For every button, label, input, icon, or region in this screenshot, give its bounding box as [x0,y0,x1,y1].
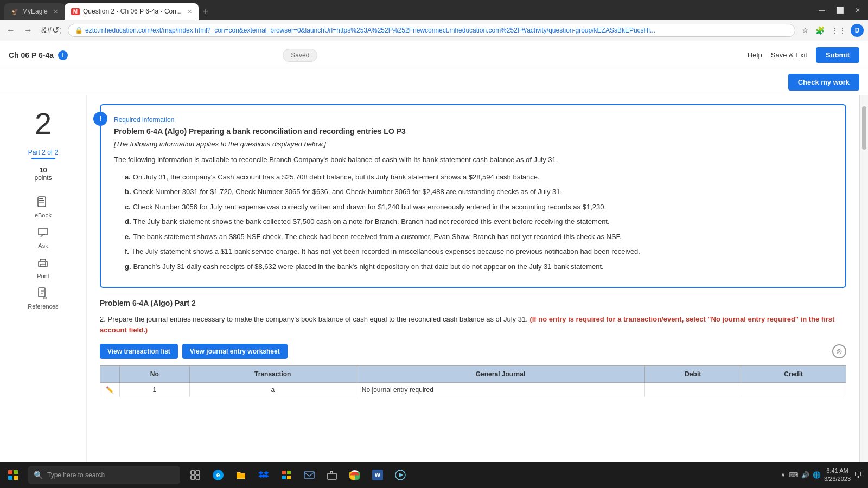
nav-icons: ☆ 🧩 ⋮⋮ D [800,24,864,37]
profile-button[interactable]: D [851,24,864,37]
saved-badge: Saved [283,49,317,62]
taskview-icon[interactable] [184,462,206,488]
network-icon[interactable]: 🌐 [813,471,821,479]
btn-row: View transaction list View journal entry… [100,344,846,359]
list-item-c: Check Number 3056 for July rent expense … [125,202,832,213]
list-item-g: Branch's July 31 daily cash receipts of … [125,261,832,272]
close-button[interactable]: ✕ [852,7,864,14]
tab-myeagle[interactable]: 🦅 MyEagle ✕ [4,3,65,20]
back-button[interactable]: ← [4,23,17,37]
row-credit [741,383,846,397]
app-title-area: Ch 06 P 6-4a i [9,50,68,60]
minimize-button[interactable]: — [815,7,828,14]
tab-close-question[interactable]: ✕ [187,8,192,15]
word-icon[interactable]: W [367,462,388,488]
speaker-icon[interactable]: 🔊 [801,471,809,479]
part2-title: Problem 6-4A (Algo) Part 2 [100,299,846,307]
briefcase-icon[interactable] [321,462,343,488]
svg-rect-10 [8,476,12,480]
col-edit [100,366,120,383]
view-transaction-list-button[interactable]: View transaction list [100,344,178,359]
scrollbar[interactable] [859,95,868,488]
tab-label-question: Question 2 - Ch 06 P 6-4a - Con... [83,8,182,15]
check-work-button[interactable]: Check my work [788,74,859,91]
keyboard-icon[interactable]: ⌨ [789,471,798,479]
sidebar-item-print[interactable]: Print [35,255,50,279]
help-link[interactable]: Help [748,51,762,59]
window-controls: — ⬜ ✕ [815,7,864,16]
address-text: ezto.mheducation.com/ext/map/index.html?… [85,27,788,34]
pencil-icon: ✏️ [106,386,114,394]
tab-favicon-myeagle: 🦅 [11,8,19,15]
svg-rect-8 [8,470,12,474]
content-area: ! Required information Problem 6-4A (Alg… [87,95,859,488]
row-transaction: a [189,383,356,397]
ebook-icon [35,195,50,210]
bookmark-icon[interactable]: ☆ [800,24,811,37]
extension-icon[interactable]: 🧩 [813,24,827,37]
exclamation-icon: ! [93,112,107,126]
svg-rect-20 [304,472,314,478]
list-item-e: The bank statement shows an $805 NSF che… [125,232,832,242]
question-body: Prepare the journal entries necessary to… [107,315,527,323]
reload-button[interactable]: &#↺; [39,23,63,37]
chrome-taskbar-icon[interactable] [344,462,366,488]
tab-question[interactable]: M Question 2 - Ch 06 P 6-4a - Con... ✕ [65,3,199,20]
svg-rect-12 [191,471,195,474]
sidebar-item-ebook[interactable]: eBook [35,195,52,219]
view-journal-worksheet-button[interactable]: View journal entry worksheet [182,344,288,359]
svg-rect-21 [328,473,336,479]
part-underline [31,158,55,159]
edge-icon[interactable]: e [207,462,229,488]
taskbar: 🔍 Type here to search e [0,462,868,488]
info-icon[interactable]: i [58,50,68,60]
problem-subtitle: [The following information applies to th… [114,140,832,148]
dropbox-icon[interactable] [253,462,275,488]
nav-bar: ← → &#↺; 🔒 ezto.mheducation.com/ext/map/… [0,20,868,41]
notification-icon[interactable]: 🗨 [854,471,861,479]
problem-intro: The following information is available t… [114,155,832,165]
svg-rect-3 [39,202,44,203]
mail-icon[interactable] [298,462,320,488]
svg-rect-14 [191,476,195,479]
table-row: ✏️ 1 a No journal entry required [100,383,846,397]
close-table-button[interactable]: ⊗ [832,344,846,358]
svg-rect-5 [40,264,46,266]
sidebar-item-references[interactable]: References [28,286,58,310]
row-debit [645,383,741,397]
list-item-a: On July 31, the company's Cash account h… [125,172,832,183]
scroll-thumb[interactable] [862,106,866,150]
problem-title: Problem 6-4A (Algo) Preparing a bank rec… [114,127,832,136]
maximize-button[interactable]: ⬜ [833,7,847,14]
tiles-icon[interactable] [276,462,297,488]
header-actions: Help Save & Exit Submit [748,47,859,63]
svg-point-6 [45,262,46,264]
start-button[interactable] [0,462,26,488]
tab-label-myeagle: MyEagle [22,8,48,15]
svg-marker-25 [399,473,403,477]
info-box: ! Required information Problem 6-4A (Alg… [100,104,846,288]
svg-rect-19 [287,476,291,479]
question-num: 2. [100,315,106,323]
new-tab-button[interactable]: + [199,6,213,17]
lock-icon: 🔒 [75,27,83,34]
row-edit-icon[interactable]: ✏️ [100,383,120,397]
media-icon[interactable] [390,462,411,488]
sidebar-item-ask[interactable]: Ask [35,225,50,249]
address-bar[interactable]: 🔒 ezto.mheducation.com/ext/map/index.htm… [68,24,795,37]
tab-close-myeagle[interactable]: ✕ [53,8,58,15]
forward-button[interactable]: → [22,23,35,37]
system-clock[interactable]: 6:41 AM 3/26/2023 [824,467,851,484]
taskbar-search[interactable]: 🔍 Type here to search [28,466,180,484]
explorer-icon[interactable] [230,462,252,488]
submit-button[interactable]: Submit [816,47,859,63]
tab-favicon-question: M [71,8,80,15]
svg-rect-16 [282,471,286,474]
up-arrow-icon[interactable]: ∧ [781,471,786,479]
save-exit-link[interactable]: Save & Exit [771,51,807,59]
part-label: Part 2 of 2 [28,149,58,156]
svg-rect-1 [39,198,43,199]
grid-apps-icon[interactable]: ⋮⋮ [829,24,848,37]
points-info: 10 points [34,166,52,182]
search-icon: 🔍 [34,471,43,479]
